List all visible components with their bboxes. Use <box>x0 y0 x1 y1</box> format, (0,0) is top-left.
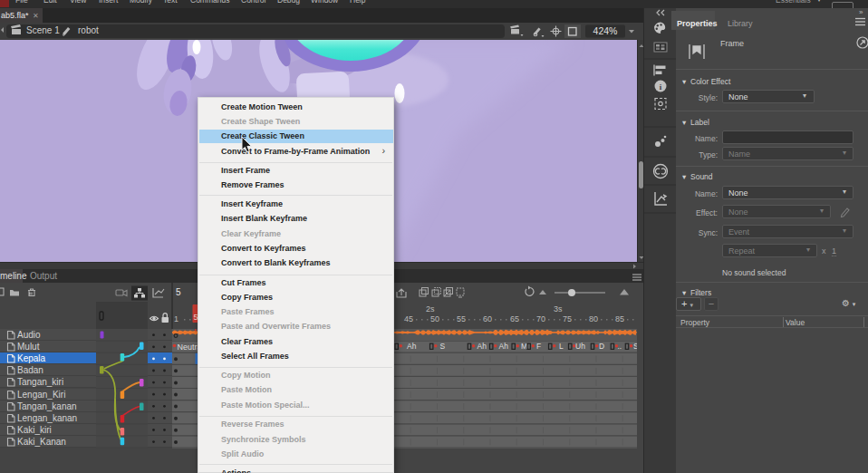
svg-text:S: S <box>440 342 446 351</box>
svg-text:Ah: Ah <box>407 342 417 351</box>
svg-text:F: F <box>536 342 541 351</box>
svg-text:424%: 424% <box>593 25 618 36</box>
svg-text:65: 65 <box>510 314 519 323</box>
svg-text:M: M <box>521 342 527 351</box>
svg-text:80: 80 <box>589 314 598 323</box>
svg-text:85: 85 <box>615 314 624 323</box>
svg-text:..: .. <box>618 342 622 351</box>
svg-text:D: D <box>599 342 604 351</box>
svg-text:1: 1 <box>174 314 178 323</box>
svg-text:60: 60 <box>483 314 492 323</box>
svg-text:5: 5 <box>176 287 181 297</box>
svg-text:S: S <box>633 342 637 351</box>
svg-text:Ah: Ah <box>499 342 509 351</box>
svg-text:70: 70 <box>536 314 545 323</box>
svg-text:55: 55 <box>457 314 466 323</box>
svg-text:3s: 3s <box>554 304 563 314</box>
svg-text:75: 75 <box>563 314 572 323</box>
svg-text:L: L <box>559 342 564 351</box>
svg-text:Ah: Ah <box>477 342 487 351</box>
svg-text:50: 50 <box>430 314 439 323</box>
svg-text:Uh: Uh <box>575 342 585 351</box>
svg-text:2s: 2s <box>426 304 435 314</box>
svg-text:45: 45 <box>404 314 413 323</box>
